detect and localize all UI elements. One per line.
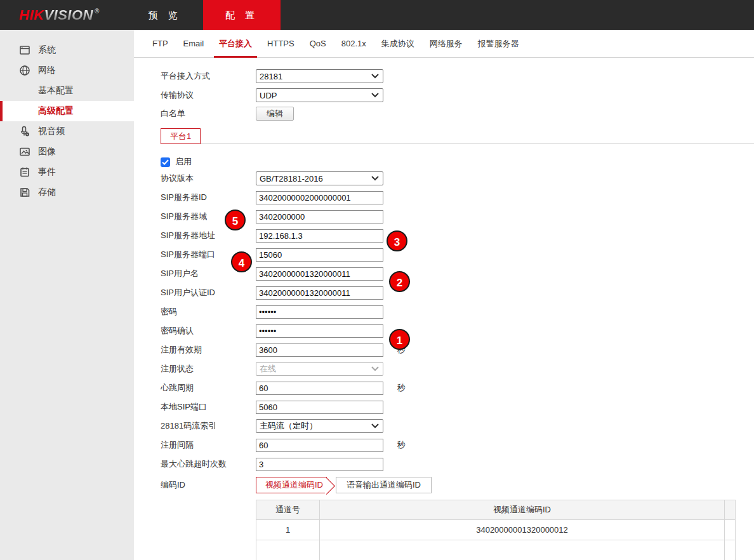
sidebar-item-label: 网络	[38, 65, 56, 76]
sidebar-item-advanced-config[interactable]: 高级配置	[0, 101, 134, 121]
tab-qos[interactable]: QoS	[302, 30, 334, 57]
form-row-password: 密码	[161, 305, 383, 319]
password-input[interactable]	[256, 305, 383, 319]
event-icon	[19, 166, 30, 178]
tab-https[interactable]: HTTPS	[260, 30, 302, 57]
network-settings-tabs: FTP Email 平台接入 HTTPS QoS 802.1x 集成协议 网络服…	[134, 30, 754, 58]
tab-network-service[interactable]: 网络服务	[422, 30, 470, 57]
tab-ftp[interactable]: FTP	[145, 30, 176, 57]
max-heartbeat-timeout-label: 最大心跳超时次数	[161, 458, 256, 470]
sidebar-item-system[interactable]: 系统	[0, 40, 134, 60]
sidebar-item-audio-video[interactable]: 视音频	[0, 121, 134, 142]
platform-tab-divider	[201, 143, 754, 144]
platform-access-form: 平台接入方式 28181 传输协议 UDP 白名单 编辑 平台1	[134, 58, 754, 559]
max-heartbeat-timeout-input[interactable]	[256, 458, 383, 471]
register-validity-input[interactable]	[256, 343, 383, 357]
platform1-tab[interactable]: 平台1	[161, 128, 201, 144]
callout-badge-2: 2	[389, 271, 410, 292]
protocol-version-label: 协议版本	[161, 173, 256, 184]
callout-badge-3: 3	[387, 230, 407, 251]
sip-server-address-input[interactable]	[256, 229, 383, 243]
sip-server-port-input[interactable]	[256, 248, 383, 262]
whitelist-edit-button[interactable]: 编辑	[256, 107, 294, 121]
form-row-access-mode: 平台接入方式 28181	[161, 69, 383, 83]
heartbeat-period-label: 心跳周期	[161, 382, 256, 394]
tab-alarm-server[interactable]: 报警服务器	[470, 30, 527, 57]
register-interval-unit: 秒	[397, 439, 406, 451]
form-row-stream-index: 28181码流索引 主码流（定时）	[161, 419, 383, 433]
tab-email[interactable]: Email	[176, 30, 212, 57]
form-row-register-status: 注册状态 在线	[161, 362, 383, 376]
callout-badge-4: 4	[231, 251, 252, 272]
platform-tab-row: 平台1	[161, 128, 754, 144]
table-cell-spacer	[725, 520, 736, 540]
sidebar-item-label: 基本配置	[38, 85, 74, 97]
chevron-down-icon	[371, 176, 379, 181]
channel-number-header: 通道号	[256, 500, 320, 520]
transport-select[interactable]: UDP	[256, 88, 383, 102]
table-cell-spacer	[725, 540, 736, 560]
sidebar-item-network[interactable]: 网络	[0, 60, 134, 81]
sip-username-input[interactable]	[256, 267, 383, 281]
form-row-password-confirm: 密码确认	[161, 324, 383, 338]
hikvision-config-page: HIKVISION® 预 览 配 置 系统 网络 基本配置 高级配置	[0, 0, 754, 560]
sip-server-domain-input[interactable]	[256, 210, 383, 223]
stream-index-label: 28181码流索引	[161, 420, 256, 432]
form-row-sip-server-port: SIP服务器端口	[161, 248, 383, 262]
register-status-label: 注册状态	[161, 363, 256, 375]
local-sip-port-label: 本地SIP端口	[161, 401, 256, 413]
register-interval-input[interactable]	[256, 439, 383, 452]
heartbeat-period-input[interactable]	[256, 382, 383, 395]
table-row[interactable]	[256, 540, 736, 560]
hikvision-logo: HIKVISION®	[19, 0, 100, 30]
sidebar-item-storage[interactable]: 存储	[0, 182, 134, 203]
sidebar-item-label: 存储	[38, 187, 56, 198]
password-confirm-input[interactable]	[256, 324, 383, 338]
protocol-version-select[interactable]: GB/T28181-2016	[256, 171, 383, 185]
logo-hik: HIK	[19, 7, 44, 23]
chevron-down-icon	[371, 423, 379, 429]
form-row-sip-server-domain: SIP服务器域	[161, 210, 383, 223]
sidebar-item-event[interactable]: 事件	[0, 162, 134, 182]
sip-server-address-label: SIP服务器地址	[161, 230, 256, 241]
callout-badge-1: 1	[389, 329, 410, 350]
form-row-sip-auth-id: SIP用户认证ID	[161, 286, 383, 300]
form-row-transport: 传输协议 UDP	[161, 88, 383, 102]
access-mode-select[interactable]: 28181	[256, 69, 383, 83]
nav-preview[interactable]: 预 览	[126, 0, 203, 30]
local-sip-port-input[interactable]	[256, 401, 383, 414]
channel-number-cell	[256, 540, 320, 560]
sidebar-item-image[interactable]: 图像	[0, 142, 134, 162]
transport-value: UDP	[260, 91, 277, 100]
video-channel-table: 通道号 视频通道编码ID 1 34020000001320000012	[256, 500, 736, 560]
stream-index-select[interactable]: 主码流（定时）	[256, 419, 383, 433]
password-label: 密码	[161, 306, 256, 317]
video-encode-id-header: 视频通道编码ID	[320, 500, 725, 520]
tab-platform-access[interactable]: 平台接入	[211, 30, 260, 57]
sidebar-item-label: 事件	[38, 166, 56, 178]
sidebar-item-basic-config[interactable]: 基本配置	[0, 81, 134, 101]
table-row[interactable]: 1 34020000001320000012	[256, 520, 736, 540]
password-confirm-label: 密码确认	[161, 325, 256, 337]
form-row-max-heartbeat-timeout: 最大心跳超时次数	[161, 457, 383, 471]
access-mode-value: 28181	[260, 72, 282, 81]
enable-checkbox[interactable]	[161, 157, 170, 167]
audio-video-icon	[19, 126, 30, 137]
tab-8021x[interactable]: 802.1x	[334, 30, 374, 57]
sidebar-item-label: 图像	[38, 146, 56, 157]
encode-id-tabs: 视频通道编码ID 语音输出通道编码ID	[256, 477, 432, 493]
tab-audio-output-channel-encode-id[interactable]: 语音输出通道编码ID	[336, 477, 432, 493]
encode-id-label: 编码ID	[161, 479, 256, 491]
nav-configuration[interactable]: 配 置	[203, 0, 281, 30]
heartbeat-period-unit: 秒	[397, 382, 406, 394]
tab-integration-protocol[interactable]: 集成协议	[374, 30, 422, 57]
sip-auth-id-input[interactable]	[256, 286, 383, 300]
form-row-encode-id: 编码ID	[161, 478, 256, 492]
form-row-sip-server-id: SIP服务器ID	[161, 190, 383, 204]
sidebar-item-label: 系统	[38, 44, 56, 56]
network-icon	[19, 65, 30, 76]
form-row-sip-server-address: SIP服务器地址	[161, 229, 383, 243]
sip-server-id-input[interactable]	[256, 191, 383, 204]
sidebar: 系统 网络 基本配置 高级配置 视音频 图像	[0, 30, 134, 560]
tab-video-channel-encode-id[interactable]: 视频通道编码ID	[256, 477, 327, 493]
